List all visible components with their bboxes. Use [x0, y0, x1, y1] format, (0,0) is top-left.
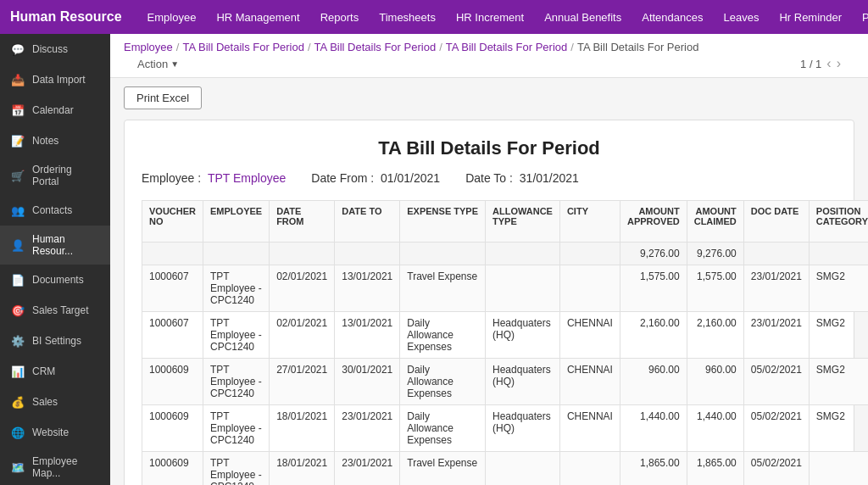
- sidebar-item-sales-target[interactable]: 🎯 Sales Target: [0, 295, 110, 326]
- action-dropdown[interactable]: Action ▼: [137, 58, 179, 70]
- sidebar-label-data-import: Data Import: [32, 74, 86, 86]
- action-chevron-icon: ▼: [170, 59, 179, 69]
- nav-hr-increment[interactable]: HR Increment: [448, 8, 532, 27]
- col-voucher-no: VOUCHERNO: [142, 201, 203, 242]
- cell-amount_approved: 1,575.00: [620, 265, 687, 312]
- cell-date_from: 27/01/2021: [270, 359, 335, 405]
- pagination-prev-button[interactable]: ‹: [826, 57, 831, 70]
- cell-city: [559, 452, 620, 486]
- cell-date_from: 18/01/2021: [270, 452, 335, 486]
- summary-allowance-type: [486, 242, 560, 265]
- cell-doc_date: 23/01/2021: [743, 312, 809, 359]
- sidebar-item-discuss[interactable]: 💬 Discuss: [0, 34, 110, 64]
- cell-amount_claimed: 1,865.00: [687, 452, 743, 486]
- cell-employee: TPT Employee - CPC1240: [203, 452, 270, 486]
- nav-attendances[interactable]: Attendances: [633, 8, 711, 27]
- cell-city: CHENNAI: [559, 312, 620, 359]
- summary-city: [559, 242, 620, 265]
- col-doc-date: DOC DATE: [743, 201, 809, 242]
- sidebar-label-documents: Documents: [32, 274, 84, 286]
- notes-icon: 📝: [10, 133, 25, 148]
- cell-position_category: SMG2: [809, 265, 868, 312]
- nav-hr-management[interactable]: HR Management: [208, 8, 308, 27]
- cell-city: CHENNAI: [559, 359, 620, 405]
- col-date-to: DATE TO: [335, 201, 400, 242]
- table-row: 1000607TPT Employee - CPC124002/01/20211…: [142, 312, 869, 359]
- cell-voucher_no: 1000609: [142, 359, 203, 405]
- sidebar: 💬 Discuss 📥 Data Import 📅 Calendar 📝 Not…: [0, 34, 110, 485]
- pagination-text: 1 / 1: [800, 58, 821, 70]
- nav-annual-benefits[interactable]: Annual Benefits: [536, 8, 630, 27]
- breadcrumb: Employee / TA Bill Details For Period / …: [124, 41, 854, 53]
- crm-icon: 📊: [10, 364, 25, 379]
- data-table: VOUCHERNO EMPLOYEE DATEFROM DATE TO EXPE…: [142, 200, 868, 485]
- sidebar-item-website[interactable]: 🌐 Website: [0, 417, 110, 448]
- col-city: CITY: [559, 201, 620, 242]
- report-meta: Employee : TPT Employee Date From : 01/0…: [142, 171, 837, 185]
- cell-date_to: 30/01/2021: [335, 359, 400, 405]
- top-navbar: Human Resource Employee HR Management Re…: [0, 0, 868, 34]
- sidebar-label-crm: CRM: [32, 365, 55, 377]
- cell-employee: TPT Employee - CPC1240: [203, 312, 270, 359]
- cell-amount_approved: 1,865.00: [620, 452, 687, 486]
- col-position-category: POSITIONCATEGORY: [809, 201, 868, 242]
- summary-doc-date: [743, 242, 809, 265]
- cell-date_from: 18/01/2021: [270, 405, 335, 452]
- col-expense-type: EXPENSE TYPE: [400, 201, 486, 242]
- breadcrumb-sep-1: /: [176, 41, 180, 53]
- breadcrumb-employee[interactable]: Employee: [124, 41, 173, 53]
- report-date-from: Date From : 01/01/2021: [311, 171, 440, 185]
- col-date-from: DATEFROM: [270, 201, 335, 242]
- sidebar-item-data-import[interactable]: 📥 Data Import: [0, 64, 110, 95]
- cell-allowance_type: Headquaters (HQ): [486, 312, 560, 359]
- pagination-next-button[interactable]: ›: [837, 57, 841, 70]
- nav-payroll[interactable]: Payroll: [854, 8, 868, 27]
- table-row: 1000609TPT Employee - CPC124018/01/20212…: [142, 405, 869, 452]
- cell-employee: TPT Employee - CPC1240: [203, 265, 270, 312]
- sidebar-item-contacts[interactable]: 👥 Contacts: [0, 195, 110, 226]
- breadcrumb-ta-bill-1[interactable]: TA Bill Details For Period: [182, 41, 304, 53]
- cell-voucher_no: 1000609: [142, 405, 203, 452]
- cell-amount_claimed: 960.00: [687, 359, 743, 405]
- sidebar-label-calendar: Calendar: [32, 104, 74, 116]
- cell-expense_type: Travel Expense: [400, 265, 486, 312]
- sidebar-item-human-resource[interactable]: 👤 Human Resour...: [0, 226, 110, 265]
- cell-position_category: SMG2: [809, 359, 868, 405]
- report-date-to: Date To : 31/01/2021: [465, 171, 579, 185]
- cell-doc_date: 05/02/2021: [743, 405, 809, 452]
- sidebar-label-ordering-portal: Ordering Portal: [32, 164, 100, 187]
- breadcrumb-ta-bill-2[interactable]: TA Bill Details For Period: [314, 41, 437, 53]
- summary-position-category: [809, 242, 868, 265]
- nav-hr-reminder[interactable]: Hr Reminder: [771, 8, 850, 27]
- pagination: 1 / 1 ‹ ›: [800, 57, 841, 70]
- nav-employee[interactable]: Employee: [139, 8, 205, 27]
- sidebar-item-documents[interactable]: 📄 Documents: [0, 265, 110, 295]
- table-row: 1000609TPT Employee - CPC124027/01/20213…: [142, 359, 869, 405]
- sidebar-item-ordering-portal[interactable]: 🛒 Ordering Portal: [0, 156, 110, 195]
- sidebar-item-crm[interactable]: 📊 CRM: [0, 356, 110, 387]
- breadcrumb-current: TA Bill Details For Period: [577, 41, 699, 53]
- cell-voucher_no: 1000609: [142, 452, 203, 486]
- col-amount-approved: AMOUNTAPPROVED: [620, 201, 687, 242]
- sidebar-label-discuss: Discuss: [32, 43, 68, 55]
- data-import-icon: 📥: [10, 72, 25, 87]
- sidebar-label-notes: Notes: [32, 135, 58, 147]
- sidebar-label-sales-target: Sales Target: [32, 304, 89, 316]
- sidebar-item-notes[interactable]: 📝 Notes: [0, 125, 110, 156]
- sidebar-item-bi-settings[interactable]: ⚙️ BI Settings: [0, 326, 110, 356]
- sidebar-item-employee-map[interactable]: 🗺️ Employee Map...: [0, 448, 110, 485]
- bi-settings-icon: ⚙️: [10, 333, 25, 348]
- sidebar-item-sales[interactable]: 💰 Sales: [0, 387, 110, 417]
- nav-timesheets[interactable]: Timesheets: [370, 8, 444, 27]
- print-excel-button[interactable]: Print Excel: [124, 86, 202, 109]
- employee-label: Employee :: [142, 171, 201, 185]
- summary-expense-type: [400, 242, 486, 265]
- summary-voucher-no: [142, 242, 203, 265]
- cell-amount_claimed: 1,440.00: [687, 405, 743, 452]
- nav-leaves[interactable]: Leaves: [715, 8, 768, 27]
- sidebar-item-calendar[interactable]: 📅 Calendar: [0, 95, 110, 125]
- cell-city: CHENNAI: [559, 405, 620, 452]
- breadcrumb-ta-bill-3[interactable]: TA Bill Details For Period: [446, 41, 568, 53]
- nav-reports[interactable]: Reports: [312, 8, 368, 27]
- cell-expense_type: Daily Allowance Expenses: [400, 312, 486, 359]
